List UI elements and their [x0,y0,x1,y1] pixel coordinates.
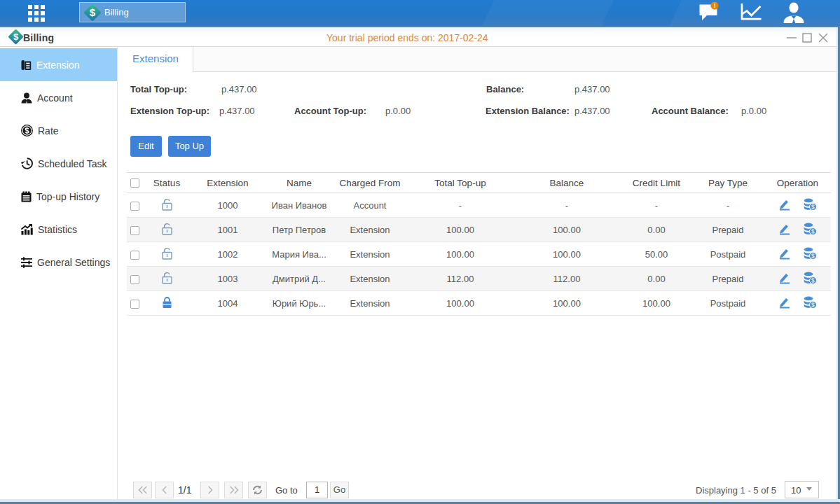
svg-text:!: ! [713,1,715,9]
